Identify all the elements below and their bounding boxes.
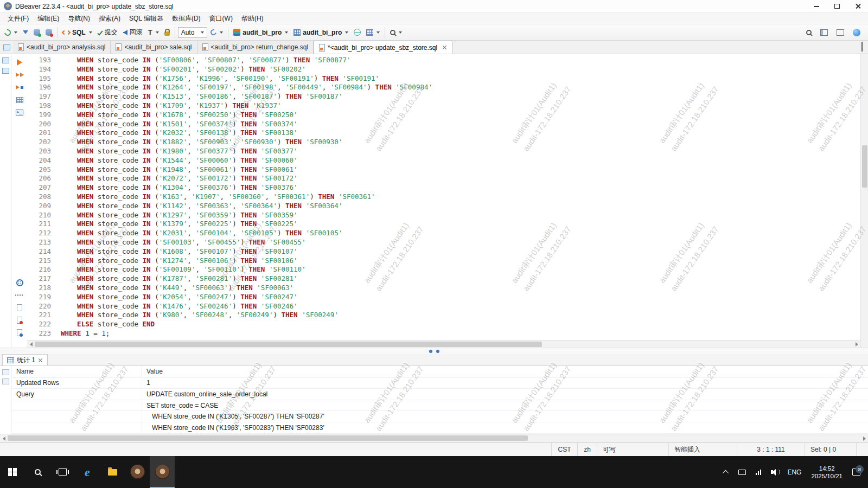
pinned-app-button[interactable] bbox=[125, 456, 150, 488]
code-line[interactable]: 198 WHEN store_code IN ('K1709', 'K1937'… bbox=[31, 101, 860, 111]
volume-button[interactable] bbox=[766, 456, 782, 488]
commit-mode-select[interactable]: Auto bbox=[178, 27, 208, 38]
result-row[interactable]: WHEN store_code IN ('K1963', 'SF00283') … bbox=[12, 422, 868, 434]
results-horizontal-scrollbar[interactable] bbox=[0, 434, 868, 442]
language-indicator[interactable]: ENG bbox=[782, 456, 806, 488]
statistics-tab[interactable]: 统计 1 bbox=[2, 354, 48, 365]
code-line[interactable]: 195 WHEN store_code IN ('K1756', 'K1996'… bbox=[31, 74, 860, 84]
menu-item-3[interactable]: 导航(N) bbox=[63, 13, 94, 24]
start-button[interactable] bbox=[0, 456, 25, 488]
commit-button[interactable]: 提交 bbox=[95, 26, 120, 38]
close-tab-icon[interactable] bbox=[442, 45, 447, 50]
code-line[interactable]: 202 WHEN store_code IN ('K1882', 'SF0090… bbox=[31, 138, 860, 147]
file-explorer-button[interactable] bbox=[100, 456, 125, 488]
layout-button[interactable] bbox=[364, 28, 382, 37]
code-line[interactable]: 201 WHEN store_code IN ('K2032', 'SF0013… bbox=[31, 129, 860, 138]
scroll-left-arrow[interactable] bbox=[0, 435, 8, 442]
menu-item-4[interactable]: 搜索(A) bbox=[94, 13, 125, 24]
close-statistics-tab-icon[interactable] bbox=[38, 358, 43, 363]
disconnect-button[interactable] bbox=[43, 27, 54, 37]
code-line[interactable]: 199 WHEN store_code IN ('K1678', 'SF0025… bbox=[31, 111, 860, 120]
code-line[interactable]: 206 WHEN store_code IN ('K2072', 'SF0017… bbox=[31, 174, 860, 183]
code-line[interactable]: 196 WHEN store_code IN ('K1264', 'SF0019… bbox=[31, 83, 860, 92]
restore-projects-icon[interactable] bbox=[2, 68, 9, 74]
panel-splitter[interactable] bbox=[0, 348, 868, 354]
code-line[interactable]: 215 WHEN store_code IN ('K1274', 'SF0010… bbox=[31, 256, 860, 266]
editor-tab-2[interactable]: <audit_bi_pro> sale.sql bbox=[111, 41, 197, 54]
menu-item-6[interactable]: 数据库(D) bbox=[168, 13, 205, 24]
toggle-panel-button[interactable] bbox=[818, 28, 830, 37]
code-area[interactable]: 193 WHEN store_code IN ('SF00806', 'SF00… bbox=[27, 54, 860, 340]
scroll-track[interactable] bbox=[8, 434, 860, 442]
menu-item-1[interactable]: 文件(F) bbox=[3, 13, 33, 24]
code-line[interactable]: 193 WHEN store_code IN ('SF00806', 'SF00… bbox=[31, 56, 860, 65]
perspective-button[interactable] bbox=[834, 28, 846, 37]
tray-expand-button[interactable] bbox=[719, 456, 733, 488]
code-line[interactable]: 210 WHEN store_code IN ('K1297', 'SF0035… bbox=[31, 211, 860, 220]
scroll-right-arrow[interactable] bbox=[860, 435, 868, 442]
execute-script-button[interactable] bbox=[16, 71, 24, 79]
maximize-editor-button[interactable] bbox=[861, 43, 863, 51]
window-close-button[interactable] bbox=[847, 0, 868, 12]
connection-selector[interactable]: audit_bi_pro bbox=[231, 27, 290, 38]
transaction-mode-button[interactable] bbox=[2, 28, 20, 37]
code-line[interactable]: 213 WHEN store_code IN ('SF00103', 'SF00… bbox=[31, 238, 860, 247]
more-actions-button[interactable] bbox=[15, 291, 24, 299]
code-line[interactable]: 218 WHEN store_code IN ('K449', 'SF00063… bbox=[31, 284, 860, 293]
scroll-thumb[interactable] bbox=[862, 145, 867, 188]
code-line[interactable]: 220 WHEN store_code IN ('K1476', 'SF0024… bbox=[31, 302, 860, 311]
new-sql-editor-button[interactable]: SQL bbox=[60, 27, 94, 38]
restore-navigator-button[interactable] bbox=[0, 41, 13, 54]
editor-tab-3[interactable]: <audit_bi_pro> return_change.sql bbox=[197, 41, 314, 54]
action-center-button[interactable]: 8 bbox=[847, 456, 868, 488]
code-line[interactable]: 203 WHEN store_code IN ('K1980', 'SF0037… bbox=[31, 147, 860, 156]
code-line[interactable]: 204 WHEN store_code IN ('K1544', 'SF0006… bbox=[31, 156, 860, 165]
editor-vertical-scrollbar[interactable] bbox=[860, 54, 868, 348]
code-line[interactable]: 207 WHEN store_code IN ('K1304', 'SF0037… bbox=[31, 183, 860, 192]
execute-sql-button[interactable] bbox=[17, 59, 22, 66]
scroll-thumb[interactable] bbox=[35, 342, 542, 347]
code-line[interactable]: 223WHERE 1 = 1; bbox=[31, 329, 860, 338]
execute-new-tab-button[interactable] bbox=[16, 84, 23, 91]
column-header-value[interactable]: Value bbox=[142, 366, 868, 377]
editor-tab-4[interactable]: *<audit_bi_pro> update_sbz_store.sql bbox=[314, 41, 452, 54]
sql-console-button[interactable]: >_ bbox=[16, 108, 23, 116]
refresh-button[interactable] bbox=[208, 28, 225, 37]
code-line[interactable]: 197 WHEN store_code IN ('K1513', 'SF0018… bbox=[31, 92, 860, 101]
connect-button[interactable] bbox=[31, 27, 42, 37]
network-profile-button[interactable] bbox=[352, 27, 363, 37]
rollback-button[interactable]: 回滚 bbox=[121, 26, 145, 38]
code-line[interactable]: 211 WHEN store_code IN ('K1379', 'SF0022… bbox=[31, 220, 860, 229]
quick-search-button[interactable] bbox=[804, 28, 814, 37]
menu-item-5[interactable]: SQL 编辑器 bbox=[125, 13, 168, 24]
menu-item-2[interactable]: 编辑(E) bbox=[33, 13, 63, 24]
code-line[interactable]: 216 WHEN store_code IN ('SF00109', 'SF00… bbox=[31, 265, 860, 274]
editor-tab-1[interactable]: <audit_bi_pro> analysis.sql bbox=[13, 41, 111, 54]
export-script-button[interactable] bbox=[17, 316, 22, 324]
window-maximize-button[interactable] bbox=[827, 0, 847, 12]
scroll-right-arrow[interactable] bbox=[853, 341, 860, 348]
text-view-icon[interactable] bbox=[2, 378, 9, 384]
explain-plan-button[interactable] bbox=[16, 96, 23, 104]
code-line[interactable]: 219 WHEN store_code IN ('K2054', 'SF0024… bbox=[31, 293, 860, 302]
result-row[interactable]: Updated Rows1 bbox=[12, 377, 868, 389]
menu-item-7[interactable]: 窗口(W) bbox=[205, 13, 237, 24]
load-script-button[interactable] bbox=[17, 329, 22, 336]
result-row[interactable]: WHEN store_code IN ('K1305', 'SF00287') … bbox=[12, 411, 868, 422]
edge-browser-button[interactable]: e bbox=[75, 456, 100, 488]
community-button[interactable] bbox=[851, 27, 863, 38]
code-line[interactable]: 200 WHEN store_code IN ('K1501', 'SF0037… bbox=[31, 120, 860, 129]
editor-settings-button[interactable] bbox=[16, 279, 23, 286]
code-line[interactable]: 217 WHEN store_code IN ('K1787', 'SF0028… bbox=[31, 274, 860, 284]
code-line[interactable]: 222 ELSE store_code END bbox=[31, 320, 860, 329]
result-row[interactable]: QueryUPDATE custom_online_sale_order_loc… bbox=[12, 389, 868, 400]
search-menu-button[interactable] bbox=[388, 28, 404, 37]
code-line[interactable]: 208 WHEN store_code IN ('K163', 'K1907',… bbox=[31, 192, 860, 202]
save-file-button[interactable] bbox=[17, 304, 22, 311]
code-line[interactable]: 209 WHEN store_code IN ('K1142', 'SF0036… bbox=[31, 202, 860, 211]
scroll-thumb[interactable] bbox=[8, 435, 528, 441]
taskbar-search-button[interactable] bbox=[25, 456, 50, 488]
network-button[interactable] bbox=[751, 456, 767, 488]
scroll-track[interactable] bbox=[35, 341, 853, 348]
fetch-all-rows-button[interactable] bbox=[21, 29, 30, 36]
